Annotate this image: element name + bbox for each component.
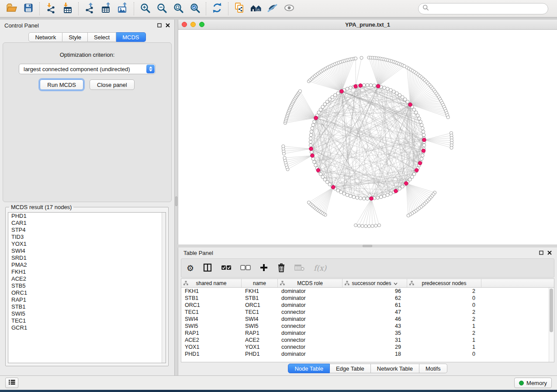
vertical-splitter[interactable] xyxy=(175,20,178,375)
graph-node[interactable] xyxy=(314,164,318,167)
mcds-list-scrollbar[interactable] xyxy=(162,213,166,363)
float-panel-icon[interactable] xyxy=(157,23,162,28)
graph-hub-node[interactable] xyxy=(394,189,398,193)
mcds-result-item[interactable]: GCR1 xyxy=(8,324,166,331)
table-scrollbar[interactable] xyxy=(549,288,554,362)
mcds-result-item[interactable]: TEC1 xyxy=(8,317,166,324)
export-network-button[interactable] xyxy=(81,2,98,16)
table-row[interactable]: STB1STB1dominator620 xyxy=(181,295,554,302)
graph-node[interactable] xyxy=(421,127,424,130)
zoom-fit-button[interactable] xyxy=(170,2,187,16)
table-cell[interactable]: ACE2 xyxy=(181,337,242,344)
show-panels-button[interactable] xyxy=(5,378,18,388)
graph-node[interactable] xyxy=(336,92,340,95)
table-row[interactable]: FKH1FKH1dominator962 xyxy=(181,288,554,295)
mcds-result-item[interactable]: STB1 xyxy=(8,303,166,310)
graph-satellite-node[interactable] xyxy=(367,224,370,227)
table-cell[interactable]: 96 xyxy=(343,288,407,295)
graph-node[interactable] xyxy=(389,89,393,92)
table-row[interactable]: PHD1PHD1dominator180 xyxy=(181,351,554,358)
table-cell[interactable]: SWI5 xyxy=(181,323,242,330)
graph-hub-node[interactable] xyxy=(340,89,344,93)
splitter-grip[interactable] xyxy=(175,196,177,206)
table-cell[interactable]: connector xyxy=(278,337,343,344)
table-cell[interactable]: FKH1 xyxy=(181,288,242,295)
table-cell[interactable]: TEC1 xyxy=(181,309,242,316)
table-cell[interactable]: connector xyxy=(278,344,343,351)
first-neighbors-button[interactable] xyxy=(248,2,264,16)
graph-node[interactable] xyxy=(422,144,426,147)
graph-node[interactable] xyxy=(309,140,312,144)
graph-satellite-node[interactable] xyxy=(357,224,360,227)
graph-satellite-node[interactable] xyxy=(307,201,310,204)
graph-satellite-node[interactable] xyxy=(450,146,453,149)
table-row[interactable]: TEC1TEC1connector472 xyxy=(181,309,554,316)
table-cell[interactable]: 35 xyxy=(343,330,407,337)
graph-node[interactable] xyxy=(401,185,404,189)
tab-edge-table[interactable]: Edge Table xyxy=(330,364,371,373)
float-panel-icon[interactable] xyxy=(539,251,543,255)
graph-node[interactable] xyxy=(339,190,343,194)
deselect-all-columns-button[interactable] xyxy=(240,261,251,275)
table-cell[interactable]: dominator xyxy=(278,316,343,323)
graph-satellite-node[interactable] xyxy=(371,224,374,227)
search-box[interactable] xyxy=(418,3,548,14)
table-cell[interactable]: ORC1 xyxy=(242,302,278,309)
zoom-in-button[interactable] xyxy=(137,2,153,16)
column-header-predecessor-nodes[interactable]: predecessor nodes xyxy=(407,279,481,287)
graph-node[interactable] xyxy=(398,93,401,97)
graph-node[interactable] xyxy=(331,96,334,99)
graph-node[interactable] xyxy=(419,120,422,124)
column-header-successor-nodes[interactable]: successor nodes xyxy=(343,279,407,287)
graph-node[interactable] xyxy=(416,114,419,117)
mcds-result-item[interactable]: PHD1 xyxy=(8,213,166,220)
graph-hub-node[interactable] xyxy=(422,149,426,153)
tab-node-table[interactable]: Node Table xyxy=(288,364,330,373)
splitter-grip[interactable] xyxy=(363,245,372,247)
graph-hub-node[interactable] xyxy=(415,168,419,172)
graph-hub-node[interactable] xyxy=(316,168,320,172)
table-cell[interactable]: 1 xyxy=(407,323,481,330)
graph-satellite-node[interactable] xyxy=(298,89,301,93)
mcds-result-item[interactable]: ACE2 xyxy=(8,275,166,282)
graph-satellite-node[interactable] xyxy=(407,214,410,217)
table-cell[interactable]: 61 xyxy=(343,302,407,309)
column-header-shared-name[interactable]: shared name xyxy=(181,279,242,287)
graph-node[interactable] xyxy=(319,108,322,111)
table-cell[interactable]: PHD1 xyxy=(181,351,242,358)
mcds-result-item[interactable]: CAR1 xyxy=(8,220,166,227)
table-cell[interactable]: connector xyxy=(278,323,343,330)
table-cell[interactable]: 18 xyxy=(343,351,407,358)
graph-hub-node[interactable] xyxy=(418,161,422,165)
table-cell[interactable]: 31 xyxy=(343,337,407,344)
table-cell[interactable]: dominator xyxy=(278,288,343,295)
graph-node[interactable] xyxy=(420,124,423,127)
tab-network-table[interactable]: Network Table xyxy=(371,364,419,373)
mcds-result-item[interactable]: SWI4 xyxy=(8,248,166,254)
graph-satellite-node[interactable] xyxy=(354,224,357,227)
graph-hub-node[interactable] xyxy=(422,138,426,142)
close-window-icon[interactable] xyxy=(182,22,187,27)
show-columns-button[interactable] xyxy=(203,261,212,275)
graph-node[interactable] xyxy=(313,160,316,164)
graph-satellite-node[interactable] xyxy=(354,57,357,60)
graph-node[interactable] xyxy=(311,127,314,130)
graph-hub-node[interactable] xyxy=(370,196,374,200)
table-cell[interactable]: PHD1 xyxy=(242,351,278,358)
graph-node[interactable] xyxy=(346,87,349,91)
graph-node[interactable] xyxy=(389,192,393,196)
import-table-button[interactable] xyxy=(59,2,76,16)
table-cell[interactable]: STB1 xyxy=(242,295,278,302)
graph-node[interactable] xyxy=(415,111,418,114)
graph-satellite-node[interactable] xyxy=(374,224,377,227)
table-cell[interactable]: 46 xyxy=(343,316,407,323)
table-cell[interactable]: 2 xyxy=(407,288,481,295)
mcds-result-item[interactable]: ORC1 xyxy=(8,289,166,296)
table-cell[interactable]: TEC1 xyxy=(242,309,278,316)
graph-node[interactable] xyxy=(346,193,349,197)
graph-hub-node[interactable] xyxy=(314,116,318,120)
graph-node[interactable] xyxy=(311,124,315,127)
graph-hub-node[interactable] xyxy=(332,186,336,189)
graph-node[interactable] xyxy=(309,134,313,137)
table-cell[interactable]: connector xyxy=(278,309,343,316)
